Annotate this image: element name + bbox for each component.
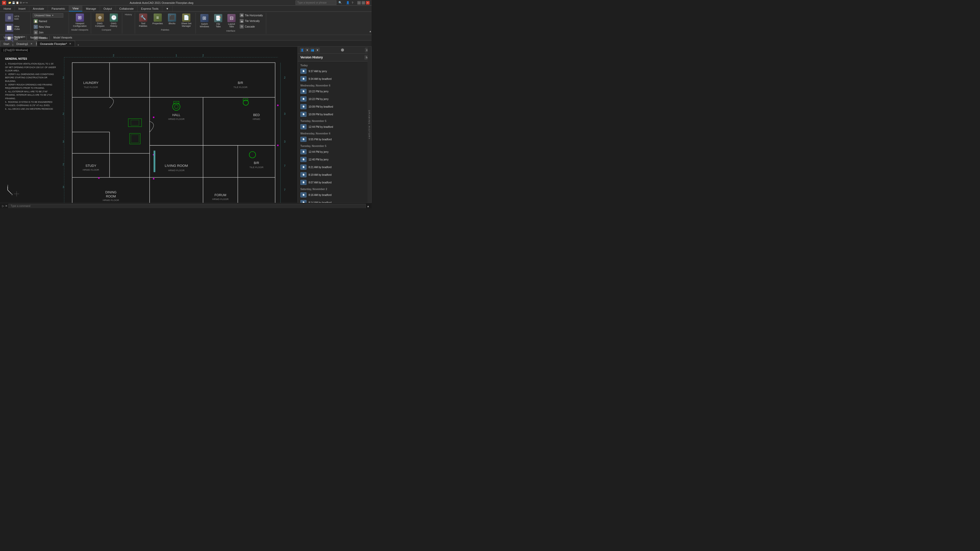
properties-button[interactable]: ≡ Properties: [150, 13, 165, 28]
version-entry[interactable]: 📄 8:14 AM by bradford: [298, 199, 372, 203]
tab-view[interactable]: View: [69, 6, 83, 11]
version-entry[interactable]: 📄 9:34 AM by bradford: [298, 75, 372, 83]
blocks-icon: ⬛: [168, 14, 176, 22]
version-entry[interactable]: 📄 10:09 PM by bradford: [298, 103, 372, 110]
coauthor-filter-button[interactable]: 👥: [310, 48, 315, 52]
add-drawing-tab[interactable]: +: [76, 43, 81, 46]
ucs-icon-button[interactable]: ⊞ UCSIcon: [3, 13, 21, 22]
tab-insert[interactable]: Insert: [15, 6, 29, 11]
tab-oceanside-floorplan[interactable]: Oceanside Floorplan* ✕: [37, 41, 75, 46]
version-entry[interactable]: 📄 9:37 AM by jerry: [298, 67, 372, 75]
canvas-area[interactable]: [-][Top][2D Wireframe] GENERAL NOTES 1. …: [0, 47, 298, 203]
blocks-button[interactable]: ⬛ Blocks: [166, 13, 178, 28]
version-info: 9:37 AM by jerry: [309, 70, 369, 73]
svg-point-56: [153, 178, 154, 179]
version-history-title: Version History: [301, 56, 323, 59]
version-history-panel: 👤 ▼ 👥 ▼ ⊟ Version History ↻ Today 📄 9:37: [298, 47, 372, 203]
version-entry[interactable]: 📄 12:40 PM by jerry: [298, 156, 372, 163]
version-entry[interactable]: 📄 12:44 PM by bradford: [298, 123, 372, 130]
version-entry[interactable]: 📄 10:09 PM by bradford: [298, 110, 372, 118]
dwg-compare-button[interactable]: ⊕ DWGCompare: [93, 13, 107, 28]
named-icon: 📋: [34, 19, 38, 23]
close-button[interactable]: ✕: [366, 1, 369, 5]
version-entry[interactable]: 📄 9:55 PM by bradford: [298, 135, 372, 143]
ribbon-collapse-button[interactable]: ▲: [369, 30, 372, 33]
tab-start[interactable]: Start: [0, 41, 13, 46]
tab-express-tools[interactable]: Express Tools: [138, 6, 162, 11]
keyword-search-input[interactable]: [296, 0, 336, 5]
general-notes-panel: GENERAL NOTES 1. FOUNDATION VENTILATION …: [5, 57, 56, 111]
unsaved-view-dropdown[interactable]: Unsaved View ▼: [33, 13, 63, 17]
version-time: 10:09 PM by bradford: [309, 113, 369, 116]
version-entry[interactable]: 📄 8:07 AM by bradford: [298, 179, 372, 186]
search-icon[interactable]: 🔍: [339, 1, 342, 4]
ribbon-tab-bar: Home Insert Annotate Parametric View Man…: [0, 6, 372, 12]
help-icon[interactable]: ?: [352, 1, 353, 4]
svg-text:TILE FLOOR: TILE FLOOR: [234, 86, 248, 89]
version-list: Today 📄 9:37 AM by jerry 📄 9:34 AM by br…: [298, 62, 372, 203]
floorplan-drawing[interactable]: LAUNDRY TILE FLOOR HALL HRWD FLOOR B/R T…: [56, 52, 286, 203]
tab-collaborate[interactable]: Collaborate: [116, 6, 138, 11]
model-viewports-label: Model Viewports: [72, 29, 88, 31]
user-icon[interactable]: 👤: [346, 1, 350, 4]
version-info: 10:09 PM by bradford: [309, 113, 369, 116]
command-cross-icon[interactable]: ✕: [5, 204, 7, 208]
minimize-button[interactable]: ─: [357, 1, 361, 5]
tile-horizontally-button[interactable]: ⬒ Tile Horizontally: [239, 13, 264, 18]
user-filter-button[interactable]: 👤: [300, 48, 304, 52]
switch-windows-button[interactable]: ⊞ SwitchWindows: [198, 13, 211, 29]
tab-manage[interactable]: Manage: [83, 6, 100, 11]
svg-rect-0: [56, 52, 286, 203]
note-1: 1. FOUNDATION VENTILATION EQUAL TO 1 SF.…: [5, 62, 56, 73]
tile-vertically-button[interactable]: ⬓ Tile Vertically: [239, 18, 264, 24]
maximize-button[interactable]: □: [362, 1, 365, 5]
sheet-set-button[interactable]: 📄 Sheet SetManager: [179, 13, 193, 28]
version-entry[interactable]: 📄 8:19 AM by bradford: [298, 171, 372, 179]
tab-home[interactable]: Home: [0, 6, 15, 11]
version-entry[interactable]: 📄 10:22 PM by jerry: [298, 95, 372, 103]
join-icon: ⊞: [34, 30, 38, 35]
version-entry[interactable]: 📄 8:16 AM by bradford: [298, 191, 372, 199]
notes-title: GENERAL NOTES: [5, 57, 56, 61]
tab-annotate[interactable]: Annotate: [29, 6, 48, 11]
tab-more[interactable]: ▼: [162, 6, 172, 11]
version-time: 9:37 AM by jerry: [309, 70, 369, 73]
layout-tabs-button[interactable]: ⊟ LayoutTabs: [225, 13, 238, 29]
user-filter-dropdown[interactable]: ▼: [305, 48, 310, 52]
view-indicator: [-][Top][2D Wireframe]: [2, 48, 30, 52]
main-area: [-][Top][2D Wireframe] GENERAL NOTES 1. …: [0, 47, 372, 203]
tab-output[interactable]: Output: [100, 6, 116, 11]
ribbon-group-viewport-tools: ⊞ UCSIcon ⬜ ViewCube 🔲 NavigationBar Vie…: [0, 13, 30, 34]
join-button[interactable]: ⊞ Join: [33, 30, 67, 35]
named-views-bar-item[interactable]: Named Views: [29, 36, 48, 40]
tool-palettes-button[interactable]: 🔧 ToolPalettes: [137, 13, 150, 28]
svg-point-54: [153, 117, 154, 118]
tab-drawing1[interactable]: Drawing1 ✕: [13, 41, 36, 46]
view-cube-button[interactable]: ⬜ ViewCube: [3, 23, 22, 33]
new-view-button[interactable]: + New View: [33, 24, 67, 29]
version-time: 10:22 PM by jerry: [309, 98, 369, 100]
title-bar: A 📁 💾 📋 ⚙ ↩ ↪ Autodesk AutoCAD 2021 Ocea…: [0, 0, 372, 6]
close-drawing1[interactable]: ✕: [30, 42, 33, 45]
command-input[interactable]: [8, 204, 366, 208]
close-oceanside[interactable]: ✕: [68, 42, 72, 45]
version-time: 8:07 AM by bradford: [309, 181, 369, 184]
command-prompt-icon: ▷: [2, 204, 4, 208]
unsaved-view-label: Unsaved View: [35, 14, 51, 17]
coauthor-dropdown[interactable]: ▼: [315, 48, 320, 52]
ribbon-group-named-views: Unsaved View ▼ 📋 Named + New View ⊞ Join…: [30, 13, 69, 34]
model-viewports-bar-item[interactable]: Model Viewports: [52, 36, 74, 40]
named-button[interactable]: 📋 Named: [33, 19, 67, 24]
viewport-config-button[interactable]: ⊞ ViewportConfiguration: [71, 13, 89, 28]
svg-text:DINING: DINING: [105, 191, 117, 194]
file-tabs-button[interactable]: 📑 FileTabs: [212, 13, 224, 29]
version-entry[interactable]: 📄 12:44 PM by jerry: [298, 148, 372, 156]
command-expand-icon[interactable]: ▲: [367, 205, 369, 208]
dwg-history-button[interactable]: 🕐 DWGHistory: [108, 13, 120, 28]
version-entry[interactable]: 📄 8:21 AM by bradford: [298, 163, 372, 171]
cascade-button[interactable]: ⧉ Cascade: [239, 24, 264, 29]
version-entry[interactable]: 📄 10:22 PM by jerry: [298, 87, 372, 95]
version-time: 12:40 PM by jerry: [309, 158, 369, 161]
viewport-tools-bar-item[interactable]: Viewport Tools ▼: [2, 36, 24, 40]
tab-parametric[interactable]: Parametric: [48, 6, 69, 11]
